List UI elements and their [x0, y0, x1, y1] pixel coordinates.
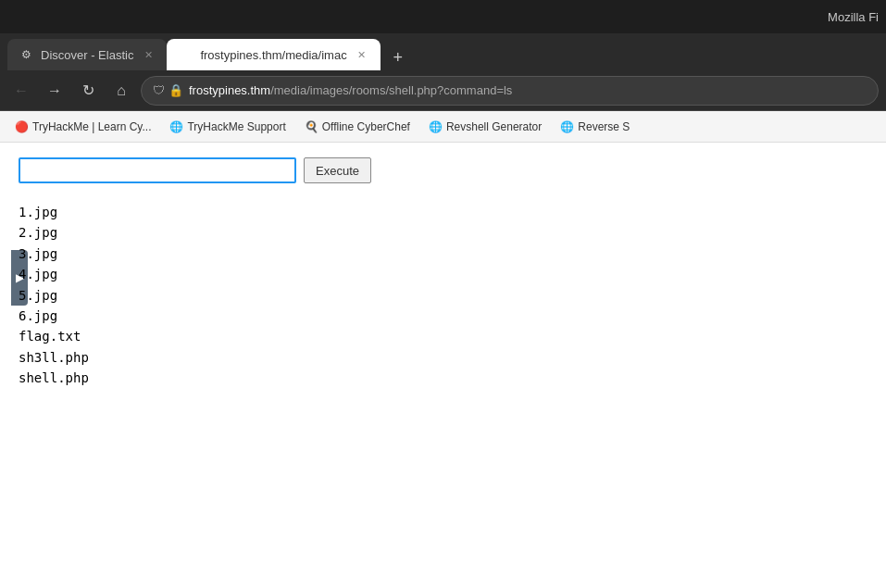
- forward-icon: →: [47, 82, 62, 99]
- nav-bar: ← → ↻ ⌂ 🛡 🔒 frostypines.thm/media/images…: [0, 70, 886, 111]
- bookmark-support-label: TryHackMe Support: [187, 120, 285, 133]
- bookmark-tryhackme-label: TryHackMe | Learn Cy...: [32, 120, 151, 133]
- tab-discover[interactable]: ⚙ Discover - Elastic ✕: [7, 39, 167, 70]
- address-bar[interactable]: 🛡 🔒 frostypines.thm/media/images/rooms/s…: [141, 76, 879, 106]
- bookmark-support-icon: 🌐: [169, 120, 183, 133]
- home-icon: ⌂: [117, 82, 126, 99]
- execute-button[interactable]: Execute: [304, 157, 371, 183]
- file-listing: 1.jpg 2.jpg 3.jpg 4.jpg 5.jpg 6.jpg flag…: [19, 202, 867, 389]
- bookmark-tryhackme-icon: 🔴: [15, 120, 29, 133]
- bookmark-revshell-icon: 🌐: [429, 120, 443, 133]
- tab-shell[interactable]: frostypines.thm/media/imac ✕: [167, 39, 380, 70]
- bookmarks-bar: 🔴 TryHackMe | Learn Cy... 🌐 TryHackMe Su…: [0, 111, 886, 143]
- tabs-row: ⚙ Discover - Elastic ✕ frostypines.thm/m…: [0, 33, 886, 70]
- page-content: ▶ Execute 1.jpg 2.jpg 3.jpg 4.jpg 5.jpg …: [0, 143, 886, 588]
- reload-button[interactable]: ↻: [74, 77, 102, 105]
- tab-shell-favicon: [178, 47, 193, 62]
- bookmark-reverse[interactable]: 🌐 Reverse S: [553, 117, 637, 137]
- url-domain: frostypines.thm: [189, 83, 270, 97]
- bookmark-support[interactable]: 🌐 TryHackMe Support: [162, 117, 293, 137]
- url-path: /media/images/rooms/shell.php?command=ls: [270, 83, 512, 97]
- list-item-flag: flag.txt: [19, 326, 867, 346]
- browser-chrome: Mozilla Fi ⚙ Discover - Elastic ✕ frosty…: [0, 0, 886, 143]
- list-item: 3.jpg: [19, 244, 867, 264]
- tab-shell-label: frostypines.thm/media/imac: [200, 48, 346, 62]
- bookmark-reverse-label: Reverse S: [578, 120, 630, 133]
- new-tab-button[interactable]: +: [384, 44, 412, 70]
- reload-icon: ↻: [82, 81, 94, 99]
- title-bar-text: Mozilla Fi: [828, 10, 879, 24]
- forward-button[interactable]: →: [41, 77, 69, 105]
- list-item: 6.jpg: [19, 306, 867, 326]
- tab-shell-close[interactable]: ✕: [355, 47, 369, 62]
- bookmark-revshell[interactable]: 🌐 Revshell Generator: [421, 117, 549, 137]
- address-text: frostypines.thm/media/images/rooms/shell…: [189, 83, 512, 97]
- bookmark-reverse-icon: 🌐: [560, 120, 574, 133]
- command-input[interactable]: [19, 157, 296, 183]
- bookmark-tryhackme[interactable]: 🔴 TryHackMe | Learn Cy...: [7, 117, 158, 137]
- home-button[interactable]: ⌂: [107, 77, 135, 105]
- back-button[interactable]: ←: [7, 77, 35, 105]
- bookmark-revshell-label: Revshell Generator: [446, 120, 542, 133]
- bookmark-cyberchef[interactable]: 🍳 Offline CyberChef: [297, 117, 418, 137]
- tab-discover-favicon: ⚙: [19, 47, 33, 62]
- command-form: Execute: [19, 157, 867, 183]
- tab-discover-label: Discover - Elastic: [41, 48, 133, 62]
- back-icon: ←: [14, 82, 29, 99]
- bookmark-cyberchef-label: Offline CyberChef: [322, 120, 410, 133]
- bookmark-cyberchef-icon: 🍳: [305, 120, 318, 133]
- address-bar-icons: 🛡 🔒: [153, 83, 183, 97]
- lock-icon: 🔒: [168, 83, 183, 97]
- title-bar: Mozilla Fi: [0, 0, 886, 33]
- shield-icon: 🛡: [153, 83, 165, 97]
- list-item-sh3ll: sh3ll.php: [19, 347, 867, 368]
- list-item-shell: shell.php: [19, 368, 867, 388]
- tab-discover-close[interactable]: ✕: [141, 47, 156, 62]
- list-item: 1.jpg: [19, 202, 867, 222]
- list-item: 5.jpg: [19, 285, 867, 306]
- list-item: 2.jpg: [19, 222, 867, 243]
- list-item: 4.jpg: [19, 264, 867, 284]
